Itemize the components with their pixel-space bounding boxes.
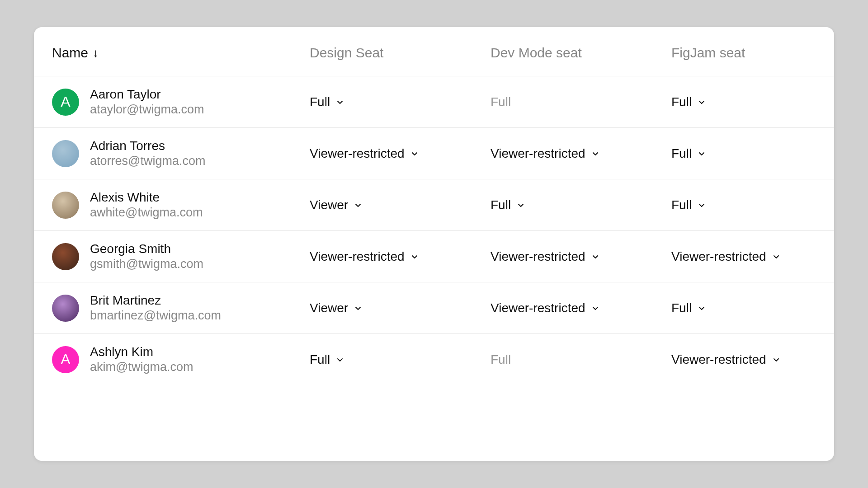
- table-row: Brit Martinez bmartinez@twigma.com Viewe…: [34, 282, 834, 334]
- seats-table-card: Name ↓ Design Seat Dev Mode seat FigJam …: [34, 27, 834, 461]
- seat-select-design[interactable]: Viewer-restricted: [310, 249, 491, 264]
- user-email: ataylor@twigma.com: [90, 103, 204, 117]
- seat-select-figjam[interactable]: Viewer-restricted: [671, 352, 816, 367]
- seat-select-devmode[interactable]: Viewer-restricted: [491, 146, 671, 161]
- table-row: Alexis White awhite@twigma.com Viewer Fu…: [34, 179, 834, 231]
- seat-value: Full: [491, 198, 511, 212]
- user-email: bmartinez@twigma.com: [90, 309, 221, 323]
- seat-value: Viewer: [310, 301, 348, 315]
- chevron-down-icon: [336, 99, 344, 106]
- chevron-down-icon: [517, 202, 524, 209]
- chevron-down-icon: [354, 305, 362, 312]
- seat-value: Viewer-restricted: [310, 146, 405, 161]
- column-header-devmode[interactable]: Dev Mode seat: [491, 45, 671, 61]
- seat-value: Viewer: [310, 198, 348, 212]
- chevron-down-icon: [354, 202, 362, 209]
- sort-arrow-down-icon: ↓: [93, 47, 99, 59]
- user-cell[interactable]: A Aaron Taylor ataylor@twigma.com: [52, 87, 310, 117]
- user-cell[interactable]: A Ashlyn Kim akim@twigma.com: [52, 345, 310, 374]
- seat-select-design[interactable]: Full: [310, 352, 491, 367]
- user-name: Georgia Smith: [90, 242, 203, 256]
- avatar: [52, 192, 79, 219]
- chevron-down-icon: [592, 305, 599, 312]
- seat-value: Full: [310, 95, 330, 109]
- user-cell[interactable]: Adrian Torres atorres@twigma.com: [52, 139, 310, 168]
- seat-select-devmode[interactable]: Viewer-restricted: [491, 249, 671, 264]
- user-info: Aaron Taylor ataylor@twigma.com: [90, 87, 204, 117]
- chevron-down-icon: [592, 253, 599, 260]
- seat-value: Viewer-restricted: [671, 352, 766, 367]
- seat-value: Viewer-restricted: [671, 249, 766, 264]
- user-email: awhite@twigma.com: [90, 206, 203, 220]
- seat-value: Full: [671, 198, 692, 212]
- chevron-down-icon: [592, 150, 599, 157]
- column-header-design[interactable]: Design Seat: [310, 45, 491, 61]
- avatar-initial: A: [61, 94, 70, 110]
- avatar: [52, 295, 79, 322]
- user-name: Brit Martinez: [90, 293, 221, 308]
- user-name: Adrian Torres: [90, 139, 205, 153]
- seat-select-figjam[interactable]: Full: [671, 301, 816, 315]
- user-name: Aaron Taylor: [90, 87, 204, 102]
- chevron-down-icon: [698, 202, 705, 209]
- chevron-down-icon: [698, 150, 705, 157]
- chevron-down-icon: [698, 305, 705, 312]
- seat-static-devmode: Full: [491, 95, 671, 109]
- seat-select-figjam[interactable]: Full: [671, 95, 816, 109]
- seat-select-design[interactable]: Viewer-restricted: [310, 146, 491, 161]
- seat-value: Full: [491, 95, 511, 109]
- table-row: A Ashlyn Kim akim@twigma.com Full Full V…: [34, 334, 834, 385]
- seat-value: Full: [491, 352, 511, 366]
- avatar: A: [52, 346, 79, 373]
- table-row: Georgia Smith gsmith@twigma.com Viewer-r…: [34, 231, 834, 282]
- seat-select-devmode[interactable]: Full: [491, 198, 671, 212]
- chevron-down-icon: [411, 150, 418, 157]
- user-info: Adrian Torres atorres@twigma.com: [90, 139, 205, 168]
- user-email: akim@twigma.com: [90, 360, 193, 374]
- avatar: A: [52, 89, 79, 116]
- table-row: A Aaron Taylor ataylor@twigma.com Full F…: [34, 76, 834, 128]
- seat-select-design[interactable]: Viewer: [310, 301, 491, 315]
- user-info: Georgia Smith gsmith@twigma.com: [90, 242, 203, 271]
- column-header-name[interactable]: Name ↓: [52, 45, 310, 61]
- chevron-down-icon: [336, 356, 344, 363]
- user-info: Alexis White awhite@twigma.com: [90, 190, 203, 220]
- column-header-figjam[interactable]: FigJam seat: [671, 45, 816, 61]
- seat-select-design[interactable]: Full: [310, 95, 491, 109]
- user-email: atorres@twigma.com: [90, 154, 205, 168]
- user-info: Brit Martinez bmartinez@twigma.com: [90, 293, 221, 323]
- seat-value: Viewer-restricted: [310, 249, 405, 264]
- avatar: [52, 243, 79, 270]
- seat-value: Full: [671, 146, 692, 161]
- table-body: A Aaron Taylor ataylor@twigma.com Full F…: [34, 76, 834, 385]
- column-header-name-label: Name: [52, 45, 88, 61]
- seat-select-design[interactable]: Viewer: [310, 198, 491, 212]
- seat-value: Full: [310, 352, 330, 367]
- avatar: [52, 140, 79, 167]
- user-info: Ashlyn Kim akim@twigma.com: [90, 345, 193, 374]
- seat-value: Full: [671, 301, 692, 315]
- user-cell[interactable]: Georgia Smith gsmith@twigma.com: [52, 242, 310, 271]
- user-name: Ashlyn Kim: [90, 345, 193, 359]
- seat-value: Full: [671, 95, 692, 109]
- seat-value: Viewer-restricted: [491, 146, 585, 161]
- seat-select-figjam[interactable]: Full: [671, 198, 816, 212]
- chevron-down-icon: [698, 99, 705, 106]
- chevron-down-icon: [773, 356, 780, 363]
- seat-static-devmode: Full: [491, 352, 671, 367]
- seat-value: Viewer-restricted: [491, 301, 585, 315]
- avatar-initial: A: [61, 351, 70, 368]
- seat-select-figjam[interactable]: Viewer-restricted: [671, 249, 816, 264]
- chevron-down-icon: [411, 253, 418, 260]
- user-cell[interactable]: Alexis White awhite@twigma.com: [52, 190, 310, 220]
- user-cell[interactable]: Brit Martinez bmartinez@twigma.com: [52, 293, 310, 323]
- table-header-row: Name ↓ Design Seat Dev Mode seat FigJam …: [34, 27, 834, 76]
- seat-select-figjam[interactable]: Full: [671, 146, 816, 161]
- seat-select-devmode[interactable]: Viewer-restricted: [491, 301, 671, 315]
- table-row: Adrian Torres atorres@twigma.com Viewer-…: [34, 128, 834, 179]
- chevron-down-icon: [773, 253, 780, 260]
- user-name: Alexis White: [90, 190, 203, 205]
- user-email: gsmith@twigma.com: [90, 257, 203, 271]
- seat-value: Viewer-restricted: [491, 249, 585, 264]
